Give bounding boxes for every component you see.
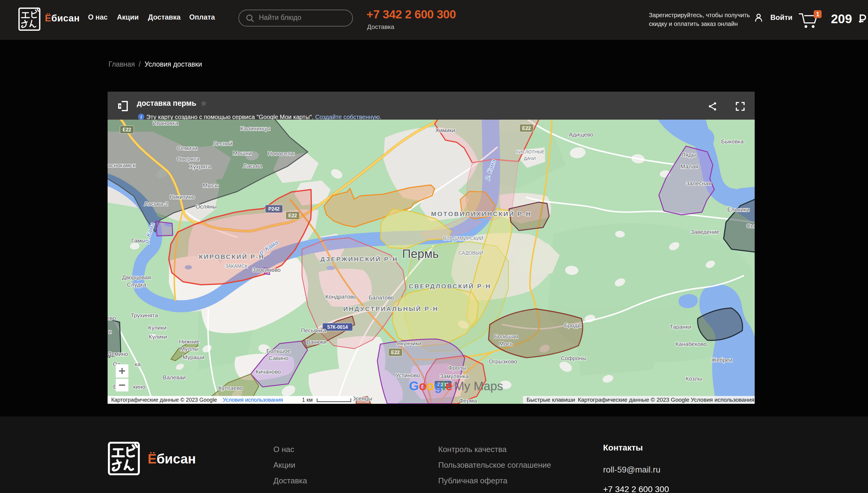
svg-text:Козлы: Козлы bbox=[686, 376, 702, 382]
svg-text:Семичи: Семичи bbox=[177, 145, 197, 151]
svg-text:Валеваи: Валеваи bbox=[163, 374, 186, 381]
svg-text:ДАЧИ: ДАЧИ bbox=[524, 156, 536, 161]
svg-text:Софроны: Софроны bbox=[561, 355, 586, 361]
svg-text:Мось: Мось bbox=[499, 341, 513, 347]
svg-text:ЗАКАМСК: ЗАКАМСК bbox=[225, 264, 248, 269]
svg-text:Ельники: Ельники bbox=[727, 207, 750, 213]
svg-text:Ляды: Ляды bbox=[681, 152, 696, 158]
svg-text:Слудка: Слудка bbox=[127, 281, 146, 288]
svg-text:Сыл: Сыл bbox=[746, 223, 755, 229]
svg-text:кино: кино bbox=[133, 384, 145, 390]
svg-text:Кичаново: Кичаново bbox=[256, 368, 281, 375]
svg-text:57К-0014: 57К-0014 bbox=[327, 325, 348, 330]
svg-text:СВЕРДЛОВСКИЙ Р-Н: СВЕРДЛОВСКИЙ Р-Н bbox=[409, 283, 491, 290]
svg-text:Мысы: Мысы bbox=[203, 182, 219, 189]
svg-text:р. Кама: р. Кама bbox=[143, 222, 156, 244]
svg-text:Быковка: Быковка bbox=[721, 138, 744, 145]
svg-text:1: 1 bbox=[816, 11, 819, 18]
svg-text:Демино: Демино bbox=[108, 351, 128, 357]
svg-text:Савино: Савино bbox=[268, 355, 288, 361]
svg-text:ДЗЕРЖИНСКИЙ Р-Н: ДЗЕРЖИНСКИЙ Р-Н bbox=[320, 256, 398, 262]
svg-text:Мураши: Мураши bbox=[183, 354, 204, 360]
svg-text:и: и bbox=[108, 328, 112, 335]
svg-text:Заосиново: Заосиново bbox=[252, 267, 281, 273]
svg-text:Заведение: Заведение bbox=[691, 229, 719, 235]
svg-text:Залесная: Залесная bbox=[686, 180, 712, 187]
svg-text:ка: ка bbox=[135, 361, 141, 367]
svg-text:Замулянка: Замулянка bbox=[440, 373, 469, 379]
svg-text:Фролы: Фролы bbox=[448, 365, 466, 371]
svg-text:аснокамск: аснокамск bbox=[108, 162, 135, 168]
svg-text:E22: E22 bbox=[522, 126, 531, 131]
svg-text:Новоселы: Новоселы bbox=[268, 150, 295, 157]
svg-text:Канабеково: Канабеково bbox=[675, 341, 707, 347]
svg-text:i: i bbox=[140, 114, 142, 119]
svg-text:Картографические данные © 2023: Картографические данные © 2023 Google bbox=[578, 396, 689, 403]
svg-text:Оверята: Оверята bbox=[177, 156, 199, 162]
svg-text:Пермь: Пермь bbox=[402, 247, 439, 260]
svg-text:E22: E22 bbox=[288, 213, 297, 218]
svg-text:Дворцовая: Дворцовая bbox=[122, 274, 151, 281]
svg-text:E22: E22 bbox=[391, 350, 400, 355]
svg-text:р. Кама: р. Кама bbox=[483, 158, 497, 181]
svg-text:Муллы: Муллы bbox=[180, 346, 199, 352]
svg-text:Условия использования: Условия использования bbox=[691, 396, 754, 403]
svg-text:Адищево: Адищево bbox=[569, 131, 593, 138]
svg-text:ВЛАДИМИРСКИЙ: ВЛАДИМИРСКИЙ bbox=[443, 236, 483, 241]
svg-text:Калининцы: Калининцы bbox=[240, 125, 270, 132]
svg-text:ИНДУСТРИАЛЬНЫЙ Р-Н: ИНДУСТРИАЛЬНЫЙ Р-Н bbox=[343, 305, 438, 312]
svg-text:Большая: Большая bbox=[494, 333, 518, 340]
svg-text:САДОВЫЙ: САДОВЫЙ bbox=[458, 250, 483, 256]
svg-text:Броды: Броды bbox=[564, 322, 582, 328]
svg-text:E22: E22 bbox=[123, 127, 131, 132]
svg-text:Кондратово: Кондратово bbox=[325, 294, 356, 300]
svg-text:Никитино: Никитино bbox=[170, 194, 195, 200]
svg-text:Условия использования: Условия использования bbox=[223, 397, 283, 403]
svg-text:My Maps: My Maps bbox=[454, 379, 503, 393]
svg-text:Кулики: Кулики bbox=[148, 325, 167, 331]
svg-text:Ивановка: Ивановка bbox=[153, 120, 178, 126]
svg-text:МОТОВИЛИХИНСКИЙ Р-Н: МОТОВИЛИХИНСКИЙ Р-Н bbox=[431, 210, 531, 217]
svg-text:Ласьва: Ласьва bbox=[243, 163, 262, 169]
svg-text:Google: Google bbox=[409, 379, 453, 393]
svg-text:Ферма: Ферма bbox=[459, 398, 477, 404]
svg-text:р. Кама: р. Кама bbox=[258, 239, 279, 256]
svg-text:Малая: Малая bbox=[680, 163, 698, 170]
svg-text:Ласьва-2: Ласьва-2 bbox=[144, 201, 168, 207]
svg-text:Култаево: Култаево bbox=[218, 385, 243, 391]
svg-text:Таранки: Таранки bbox=[670, 324, 691, 330]
svg-text:Осенцы: Осенцы bbox=[351, 395, 372, 402]
svg-text:Осляны: Осляны bbox=[196, 203, 217, 210]
svg-text:Кулики: Кулики bbox=[149, 334, 167, 340]
svg-text:Жебреи: Жебреи bbox=[711, 357, 732, 363]
svg-text:Хухрята: Хухрята bbox=[190, 163, 211, 170]
svg-text:Песьянка: Песьянка bbox=[301, 327, 326, 334]
svg-text:Балатово: Балатово bbox=[369, 295, 394, 301]
svg-text:ево: ево bbox=[108, 315, 116, 321]
svg-text:Лесной: Лесной bbox=[213, 141, 232, 147]
svg-text:Быстрые клавиши: Быстрые клавиши bbox=[526, 396, 575, 403]
svg-text:Устиново: Устиново bbox=[395, 372, 420, 379]
svg-text:Картографические данные © 2023: Картографические данные © 2023 Google bbox=[111, 397, 217, 403]
svg-text:Огрызково: Огрызково bbox=[489, 358, 517, 365]
svg-text:Ванюки: Ванюки bbox=[306, 339, 327, 345]
svg-text:1 км: 1 км bbox=[302, 397, 312, 403]
svg-text:КИСЛОТНЫЕ: КИСЛОТНЫЕ bbox=[516, 149, 545, 154]
svg-text:Мошни: Мошни bbox=[233, 150, 252, 156]
svg-text:P242: P242 bbox=[268, 207, 279, 212]
svg-text:Большое: Большое bbox=[266, 348, 290, 354]
svg-text:Химики: Химики bbox=[435, 127, 455, 133]
svg-text:Якунчики: Якунчики bbox=[397, 340, 421, 346]
svg-text:КИРОВСКИЙ Р-Н: КИРОВСКИЙ Р-Н bbox=[199, 253, 265, 260]
svg-text:Нижние: Нижние bbox=[179, 338, 200, 345]
svg-text:Трухинята: Трухинята bbox=[131, 312, 158, 319]
